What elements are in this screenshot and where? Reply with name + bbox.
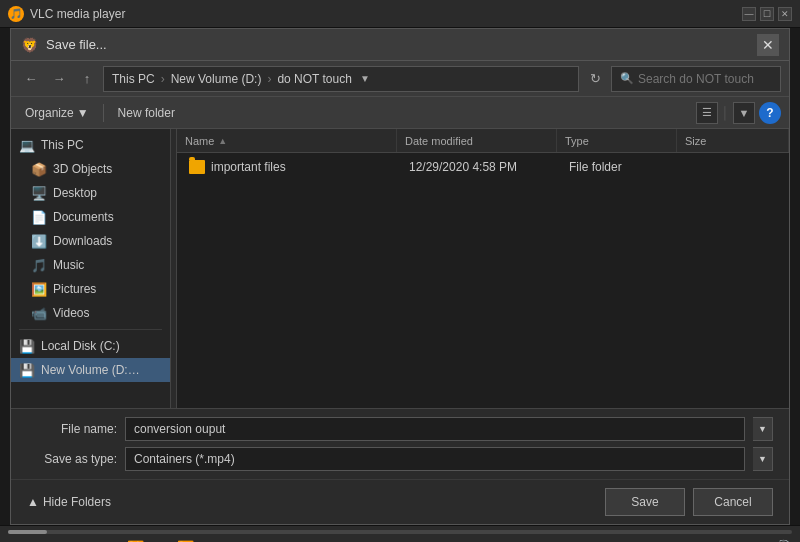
sidebar-item-newvolume[interactable]: 💾 New Volume (D:… [11,358,170,382]
sidebar-downloads-label: Downloads [53,234,112,248]
playlist-button[interactable]: ☰ [152,538,169,542]
save-dialog: 🦁 Save file... ✕ ← → ↑ This PC › New Vol… [10,28,790,525]
vlc-controls: --:-- ▶ ⏮ ⏹ ⏭ 🔁 ☰ 🔀 --:-- 100% 🔊 [0,525,800,542]
file-name-label: File name: [27,422,117,436]
file-date-cell: 12/29/2020 4:58 PM [401,160,561,174]
play-button[interactable]: ▶ [32,538,47,542]
organize-label: Organize [25,106,74,120]
filename-dropdown-button[interactable]: ▼ [753,417,773,441]
organize-button[interactable]: Organize ▼ [19,104,95,122]
file-date-text: 12/29/2020 4:58 PM [409,160,517,174]
sidebar-item-3dobjects[interactable]: 📦 3D Objects [11,157,170,181]
help-button[interactable]: ? [759,102,781,124]
breadcrumb-sep-1: › [161,72,165,86]
sidebar-pictures-label: Pictures [53,282,96,296]
sidebar-item-downloads[interactable]: ⬇️ Downloads [11,229,170,253]
breadcrumb-current: do NOT touch [277,72,351,86]
forward-button[interactable]: → [47,67,71,91]
column-size-label: Size [685,135,706,147]
column-size[interactable]: Size [677,129,789,152]
hide-folders-button[interactable]: ▲ Hide Folders [27,495,111,509]
sidebar-item-pictures[interactable]: 🖼️ Pictures [11,277,170,301]
file-type-cell: File folder [561,160,681,174]
refresh-button[interactable]: ↻ [583,67,607,91]
sidebar-item-desktop[interactable]: 🖥️ Desktop [11,181,170,205]
file-list: important files 12/29/2020 4:58 PM File … [177,153,789,408]
sidebar-divider [19,329,162,330]
vlc-minimize-button[interactable]: — [742,7,756,21]
toolbar-sep2: │ [722,106,730,120]
toolbar: Organize ▼ New folder ☰ │ ▼ ? [11,97,789,129]
music-icon: 🎵 [31,257,47,273]
column-date[interactable]: Date modified [397,129,557,152]
sidebar-thispc-label: This PC [41,138,84,152]
folder-icon [189,160,205,174]
new-folder-label: New folder [118,106,175,120]
view-options-button[interactable]: ▼ [733,102,755,124]
videos-icon: 📹 [31,305,47,321]
file-name-row: File name: ▼ [27,417,773,441]
search-icon: 🔍 [620,72,634,85]
sidebar-item-documents[interactable]: 📄 Documents [11,205,170,229]
column-name-label: Name [185,135,214,147]
main-area: 💻 This PC 📦 3D Objects 🖥️ Desktop 📄 Docu… [11,129,789,409]
save-type-row: Save as type: ▼ [27,447,773,471]
controls-row: --:-- ▶ ⏮ ⏹ ⏭ 🔁 ☰ 🔀 --:-- 100% 🔊 [8,538,792,542]
column-name[interactable]: Name ▲ [177,129,397,152]
localdisk-icon: 💾 [19,338,35,354]
save-as-input[interactable] [125,447,745,471]
sidebar: 💻 This PC 📦 3D Objects 🖥️ Desktop 📄 Docu… [11,129,171,408]
volume-icon: 🔊 [772,539,792,543]
cancel-button[interactable]: Cancel [693,488,773,516]
hide-folders-label: Hide Folders [43,495,111,509]
vlc-maximize-button[interactable]: ☐ [760,7,774,21]
sidebar-item-videos[interactable]: 📹 Videos [11,301,170,325]
prev-button[interactable]: ⏮ [53,538,71,542]
sidebar-music-label: Music [53,258,84,272]
back-button[interactable]: ← [19,67,43,91]
column-type-label: Type [565,135,589,147]
dialog-close-button[interactable]: ✕ [757,34,779,56]
stop-button[interactable]: ⏹ [77,538,95,542]
shuffle-button[interactable]: 🔀 [175,538,196,542]
thispc-icon: 💻 [19,137,35,153]
sidebar-item-localdisk[interactable]: 💾 Local Disk (C:) [11,334,170,358]
pictures-icon: 🖼️ [31,281,47,297]
breadcrumb-dropdown-arrow[interactable]: ▼ [360,73,370,84]
repeat-button[interactable]: 🔁 [125,538,146,542]
column-type[interactable]: Type [557,129,677,152]
sidebar-item-music[interactable]: 🎵 Music [11,253,170,277]
breadcrumb-newvolume: New Volume (D:) [171,72,262,86]
file-name-cell: important files [181,160,401,174]
up-button[interactable]: ↑ [75,67,99,91]
dialog-title: Save file... [46,37,749,52]
save-button[interactable]: Save [605,488,685,516]
next-button[interactable]: ⏭ [101,538,119,542]
dialog-icon: 🦁 [21,37,38,53]
progress-fill [8,530,47,534]
progress-bar[interactable] [8,530,792,534]
desktop-icon: 🖥️ [31,185,47,201]
sidebar-newvolume-label: New Volume (D:… [41,363,140,377]
column-date-label: Date modified [405,135,473,147]
column-name-arrow: ▲ [218,136,227,146]
vlc-close-button[interactable]: ✕ [778,7,792,21]
new-folder-button[interactable]: New folder [112,104,181,122]
sidebar-documents-label: Documents [53,210,114,224]
view-button[interactable]: ☰ [696,102,718,124]
sidebar-3dobjects-label: 3D Objects [53,162,112,176]
downloads-icon: ⬇️ [31,233,47,249]
vlc-title: VLC media player [30,7,736,21]
sidebar-desktop-label: Desktop [53,186,97,200]
breadcrumb-bar: This PC › New Volume (D:) › do NOT touch… [103,66,579,92]
toolbar-right: ☰ │ ▼ ? [696,102,782,124]
3dobjects-icon: 📦 [31,161,47,177]
file-list-header: Name ▲ Date modified Type Size [177,129,789,153]
file-name-input[interactable] [125,417,745,441]
sidebar-item-thispc[interactable]: 💻 This PC [11,133,170,157]
dialog-titlebar: 🦁 Save file... ✕ [11,29,789,61]
navigation-bar: ← → ↑ This PC › New Volume (D:) › do NOT… [11,61,789,97]
search-input[interactable] [638,72,772,86]
table-row[interactable]: important files 12/29/2020 4:58 PM File … [177,153,789,181]
savetype-dropdown-button[interactable]: ▼ [753,447,773,471]
